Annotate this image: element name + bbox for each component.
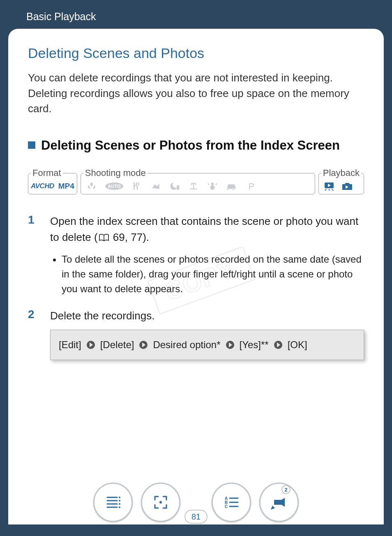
arrow-icon — [139, 340, 148, 349]
fullscreen-button[interactable] — [141, 483, 180, 522]
toc-button[interactable] — [93, 483, 133, 522]
svg-point-20 — [119, 506, 120, 508]
format-legend: Format — [31, 168, 63, 178]
night-icon — [169, 182, 180, 191]
proc-yes: [Yes]** — [240, 337, 269, 352]
format-group: Format AVCHD MP4 — [28, 168, 77, 194]
section-tab: Basic Playback — [26, 11, 96, 23]
arrow-icon — [226, 340, 235, 349]
mode-indicator-row: Format AVCHD MP4 Shooting mode AUTO P Pl… — [28, 168, 364, 194]
page-body: COPY Deleting Scenes and Photos You can … — [8, 29, 384, 524]
playback-group: Playback — [318, 168, 364, 194]
step-number: 2 — [28, 308, 41, 360]
bottom-nav: 81 ABC 2 — [0, 483, 392, 522]
program-p-icon: P — [244, 182, 256, 191]
steps-list: 1 Open the index screen that contains th… — [28, 213, 364, 360]
bullet-square-icon — [28, 141, 35, 149]
sports-icon — [150, 182, 161, 191]
subheading: Deleting Scenes or Photos from the Index… — [41, 137, 340, 154]
step1-text-a: Open the index screen that contains the … — [50, 215, 358, 243]
shooting-mode-group: Shooting mode AUTO P — [81, 168, 315, 194]
svg-point-6 — [210, 185, 214, 190]
step1-bullet: To delete all the scenes or photos recor… — [62, 252, 364, 296]
beach-icon — [188, 182, 199, 191]
procedure-box: [Edit] [Delete] Desired option* [Yes]** … — [50, 330, 364, 360]
macro-icon — [86, 182, 97, 191]
svg-text:C: C — [225, 504, 228, 509]
page-ref-icon — [99, 230, 109, 246]
svg-text:P: P — [248, 182, 254, 191]
car-icon — [226, 182, 237, 191]
subheading-row: Deleting Scenes or Photos from the Index… — [28, 137, 364, 154]
proc-edit: [Edit] — [59, 337, 81, 352]
index-button[interactable]: ABC — [212, 483, 251, 522]
svg-point-5 — [211, 183, 214, 186]
intro-paragraph: You can delete recordings that you are n… — [28, 70, 364, 117]
step-number: 1 — [28, 213, 41, 296]
video-play-icon — [323, 182, 335, 191]
svg-point-21 — [159, 501, 162, 504]
photo-play-icon — [341, 182, 353, 191]
arrow-icon — [86, 340, 95, 349]
playback-legend: Playback — [321, 168, 361, 178]
mp4-label: MP4 — [58, 182, 74, 191]
step2-text: Delete the recordings. — [50, 310, 154, 322]
page-number: 81 — [184, 510, 208, 524]
proc-ok: [OK] — [288, 337, 307, 352]
proc-delete: [Delete] — [100, 337, 134, 352]
camera-mode-button[interactable] — [259, 483, 299, 522]
svg-rect-4 — [177, 185, 179, 190]
svg-point-18 — [119, 500, 120, 501]
svg-text:AUTO: AUTO — [108, 184, 120, 189]
food-icon — [131, 182, 143, 191]
snow-icon — [207, 182, 218, 191]
svg-point-19 — [119, 503, 120, 505]
step-1: 1 Open the index screen that contains th… — [28, 213, 364, 296]
step1-sublist: To delete all the scenes or photos recor… — [50, 252, 364, 296]
badge-count: 2 — [281, 485, 291, 494]
step1-pages: 69, 77). — [110, 231, 149, 243]
step-2: 2 Delete the recordings. [Edit] [Delete]… — [28, 308, 364, 360]
page-title: Deleting Scenes and Photos — [28, 45, 364, 61]
avchd-label: AVCHD — [31, 182, 54, 190]
arrow-icon — [274, 340, 283, 349]
shooting-legend: Shooting mode — [83, 168, 148, 178]
auto-icon: AUTO — [105, 182, 124, 191]
svg-point-17 — [119, 497, 120, 498]
proc-option: Desired option* — [153, 337, 220, 352]
